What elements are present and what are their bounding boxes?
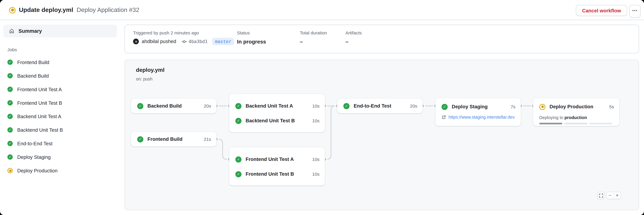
zoom-in-button[interactable]: + — [614, 192, 620, 198]
job-label: Backtend Unit Test B — [17, 127, 63, 133]
trigger-label: Triggered by push 2 minutes ago — [133, 30, 234, 35]
external-link-icon — [442, 115, 446, 119]
job-status-icon — [8, 100, 13, 106]
kebab-icon: ⋯ — [632, 8, 638, 14]
node-duration: 10s — [312, 104, 320, 108]
node-label: Deploy Production — [550, 104, 605, 110]
run-info-card: Triggered by push 2 minutes ago ahdbilal… — [124, 24, 639, 53]
workflow-file-name: deploy.yml — [136, 67, 164, 73]
node-duration: 7s — [511, 104, 516, 109]
fullscreen-button[interactable] — [597, 192, 605, 199]
node-end-to-end-test[interactable]: End-to-End Test 20s — [337, 98, 422, 113]
node-duration: 5s — [609, 104, 614, 109]
progress-segment — [590, 123, 612, 124]
node-status-icon — [539, 104, 545, 110]
workflow-run-name: Deploy Application #32 — [75, 6, 140, 13]
sidebar-job-item[interactable]: Frontend Unit Test A — [3, 82, 117, 96]
workflow-graph-canvas: deploy.yml on: push — [124, 60, 639, 210]
status-label: Status — [237, 30, 266, 35]
workflow-run-page: Update deploy.yml Deploy Application #32… — [0, 0, 644, 215]
node-status-icon — [343, 103, 350, 109]
commit-icon — [182, 39, 187, 44]
node-duration: 20s — [410, 104, 417, 108]
trigger-column: Triggered by push 2 minutes ago ahdbilal… — [133, 30, 234, 45]
node-deploy-staging[interactable]: Deploy Staging 7s https://www.staging.in… — [435, 98, 521, 126]
sidebar-job-item[interactable]: Backend Build — [3, 69, 117, 82]
sidebar-job-item[interactable]: Backend Unit Test A — [3, 110, 117, 123]
sidebar-job-item[interactable]: Deploy Staging — [3, 150, 117, 164]
node-status-icon — [137, 103, 143, 109]
node-frontend-unit-test-a[interactable]: Frontend Unit Test A 10s — [229, 152, 325, 166]
sidebar-job-item[interactable]: Frontend Build — [3, 56, 117, 69]
node-duration: 10s — [312, 118, 320, 123]
job-status-icon — [8, 168, 13, 173]
node-group-frontend-unit-tests: Frontend Unit Test A 10s Frontend Unit T… — [229, 147, 325, 186]
job-label: Backend Unit Test A — [17, 114, 61, 119]
sidebar-job-item[interactable]: End-to-End Test — [3, 137, 117, 150]
branch-badge[interactable]: master — [212, 38, 234, 45]
job-label: Frontend Build — [17, 59, 49, 65]
progress-segment — [539, 123, 562, 124]
jobs-heading: Jobs — [8, 47, 117, 52]
kebab-menu-button[interactable]: ⋯ — [629, 5, 641, 18]
zoom-control: − + — [606, 192, 621, 199]
node-backend-unit-test-a[interactable]: Backend Unit Test A 10s — [229, 98, 325, 113]
sidebar-job-item[interactable]: Deploy Production — [3, 164, 117, 177]
duration-value: – — [300, 38, 327, 45]
deploy-progress-bar — [533, 120, 620, 124]
job-status-icon — [8, 141, 13, 146]
node-label: Backtend Unit Test B — [246, 118, 308, 124]
node-duration: 10s — [312, 172, 320, 176]
cancel-workflow-button[interactable]: Cancel workflow — [576, 5, 627, 16]
node-label: End-to-End Test — [354, 103, 406, 109]
job-status-icon — [8, 154, 13, 160]
node-label: Backend Unit Test A — [246, 103, 308, 109]
workflow-trigger: on: push — [136, 76, 152, 81]
artifacts-value: – — [346, 38, 362, 45]
node-label: Frontend Unit Test A — [246, 156, 308, 162]
job-label: Backend Build — [17, 73, 49, 79]
job-label: End-to-End Test — [17, 141, 52, 146]
job-status-icon — [8, 114, 13, 119]
job-label: Frontend Unit Test A — [17, 86, 62, 92]
node-deploy-production[interactable]: Deploy Production 5s Deploying to produc… — [533, 98, 620, 126]
progress-segment — [564, 123, 587, 124]
node-backend-build[interactable]: Backend Build 20s — [131, 98, 216, 113]
zoom-out-button[interactable]: − — [606, 192, 614, 198]
node-frontend-build[interactable]: Frontend Build 21s — [131, 132, 216, 146]
node-duration: 21s — [204, 137, 211, 142]
node-label: Backend Build — [148, 103, 200, 109]
node-label: Deploy Staging — [452, 104, 506, 110]
sidebar-item-summary[interactable]: Summary — [3, 24, 117, 37]
node-status-icon — [236, 118, 242, 124]
node-status-icon — [442, 104, 448, 110]
jobs-list: Frontend Build Backend Build Frontend Un… — [3, 56, 117, 177]
page-title: Update deploy.yml Deploy Application #32 — [19, 6, 140, 13]
deploy-production-note: Deploying to production — [533, 114, 620, 120]
node-status-icon — [137, 136, 143, 142]
job-status-icon — [8, 73, 13, 78]
artifacts-label: Artifacts — [346, 30, 362, 35]
duration-column: Total duration – — [300, 30, 327, 45]
actor-pushed-text: ahdbilal pushed — [142, 38, 176, 44]
staging-url: https://www.staging.interstellar.dev — [448, 114, 515, 120]
node-duration: 10s — [312, 157, 320, 162]
node-frontend-unit-test-b[interactable]: Frontend Unit Test B 10s — [229, 167, 325, 182]
home-icon — [9, 28, 14, 34]
sidebar-job-item[interactable]: Frontend Unit Test B — [3, 96, 117, 110]
node-backtend-unit-test-b[interactable]: Backtend Unit Test B 10s — [229, 113, 325, 128]
status-value: In progress — [237, 38, 266, 45]
avatar — [133, 38, 139, 44]
node-status-icon — [236, 103, 242, 109]
node-status-icon — [236, 171, 242, 177]
job-label: Deploy Production — [17, 168, 58, 174]
job-label: Frontend Unit Test B — [17, 100, 62, 106]
run-in-progress-icon — [9, 7, 16, 13]
sidebar-job-item[interactable]: Backtend Unit Test B — [3, 123, 117, 137]
job-status-icon — [8, 86, 13, 92]
run-header: Update deploy.yml Deploy Application #32… — [0, 0, 644, 20]
commit-link[interactable]: 4ba3bd1 — [182, 39, 208, 44]
job-status-icon — [8, 127, 13, 132]
staging-environment-link[interactable]: https://www.staging.interstellar.dev — [435, 114, 521, 120]
commit-message-title: Update deploy.yml — [19, 6, 73, 13]
